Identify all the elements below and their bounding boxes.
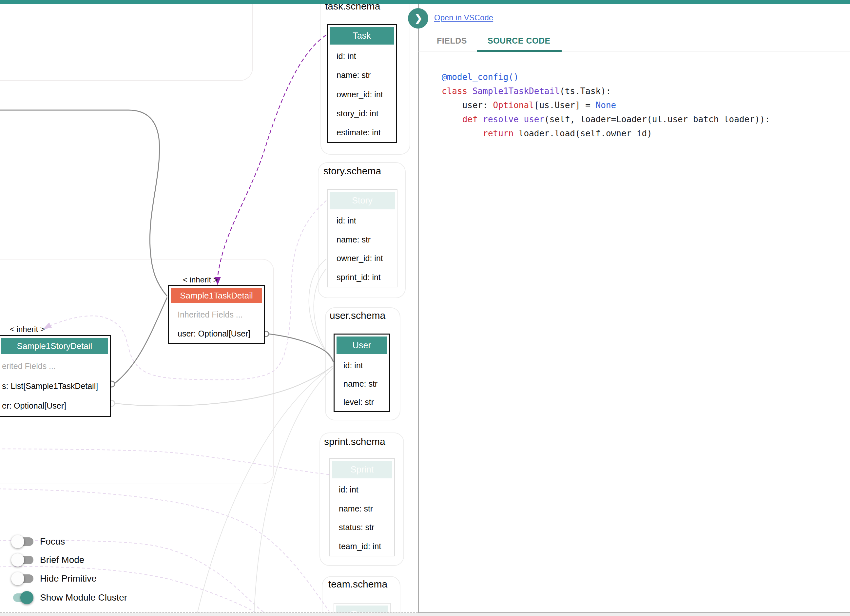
field-row: id: int	[330, 480, 394, 499]
edge-faded-fan-1	[197, 366, 333, 616]
entity-user[interactable]: User id: int name: str level: str	[334, 333, 390, 412]
field-row: sprint_id: int	[328, 268, 397, 287]
inherit-label-taskdetail: < inherit >	[183, 275, 218, 284]
field-row: name: str	[328, 230, 397, 249]
code-block: @model_config()class Sample1TaskDetail(t…	[442, 70, 770, 141]
toggle-hide-primitive[interactable]: Hide Primitive	[12, 571, 97, 586]
field-row: id: int	[335, 356, 389, 375]
edge-faded-fan-2	[254, 368, 333, 616]
edge-offscreen-taskdetail	[0, 110, 167, 296]
edge-owner-user	[115, 366, 332, 406]
toggle-label: Focus	[40, 537, 65, 547]
collapse-panel-button[interactable]: ❯	[408, 8, 428, 28]
inherit-label-storydetail: < inherit >	[10, 325, 45, 334]
entity-task[interactable]: Task id: int name: str owner_id: int sto…	[327, 24, 397, 143]
module-label-sprint: sprint.schema	[324, 436, 385, 447]
panel-bottom-border	[418, 612, 850, 613]
focus-switch[interactable]	[12, 535, 34, 549]
field-row: level: str	[335, 393, 389, 411]
entity-user-header: User	[337, 336, 387, 354]
toggle-brief-mode[interactable]: Brief Mode	[12, 552, 84, 568]
module-label-team: team.schema	[328, 579, 387, 590]
field-row: Inherited Fields ...	[169, 305, 264, 324]
entity-sprint[interactable]: Sprint id: int name: str status: str tea…	[329, 458, 395, 556]
tab-fields[interactable]: FIELDS	[437, 36, 467, 46]
entity-task-header: Task	[330, 27, 394, 45]
open-in-vscode-link[interactable]: Open in VSCode	[434, 13, 493, 22]
field-row: erited Fields ...	[0, 356, 110, 376]
chevron-right-icon: ❯	[414, 13, 422, 23]
entity-story[interactable]: Story id: int name: str owner_id: int sp…	[327, 189, 398, 287]
top-accent-bar	[0, 0, 850, 4]
field-row: name: str	[328, 66, 396, 85]
entity-sample1-story-detail[interactable]: Sample1StoryDetail erited Fields ... s: …	[0, 335, 111, 417]
active-tab-indicator	[477, 50, 562, 52]
field-row: id: int	[328, 46, 396, 66]
entity-sample1-task-detail[interactable]: Sample1TaskDetail Inherited Fields ... u…	[168, 285, 265, 344]
edge-tasks-taskdetail	[114, 298, 167, 384]
field-row: owner_id: int	[328, 249, 397, 268]
field-row: id: int	[328, 211, 397, 230]
field-row: story_id: int	[328, 104, 396, 123]
brief-mode-switch[interactable]	[12, 553, 34, 567]
hide-primitive-switch[interactable]	[12, 572, 34, 586]
entity-sample1-story-detail-header: Sample1StoryDetail	[1, 338, 108, 354]
field-row: name: str	[330, 499, 394, 518]
bottom-strip	[0, 613, 850, 616]
field-row: estimate: int	[328, 123, 396, 142]
toggle-focus[interactable]: Focus	[12, 534, 65, 549]
show-module-cluster-switch[interactable]	[12, 591, 34, 604]
toggle-label: Show Module Cluster	[40, 592, 127, 603]
toggle-show-module-cluster[interactable]: Show Module Cluster	[12, 590, 127, 605]
entity-story-header: Story	[330, 192, 395, 209]
module-label-user: user.schema	[330, 310, 385, 321]
field-row: owner_id: int	[328, 85, 396, 104]
toggle-label: Brief Mode	[40, 555, 84, 565]
field-row: s: List[Sample1TaskDetail]	[0, 376, 110, 396]
field-row: name: str	[335, 375, 389, 393]
field-row: status: str	[330, 518, 394, 537]
diagram-canvas[interactable]: task.schema story.schema user.schema spr…	[0, 0, 418, 616]
toggle-label: Hide Primitive	[40, 573, 97, 584]
edge-task-inherit	[218, 35, 326, 277]
entity-sprint-header: Sprint	[332, 461, 392, 478]
app-screen: task.schema story.schema user.schema spr…	[0, 0, 850, 616]
field-row: er: Optional[User]	[0, 396, 110, 416]
field-row: team_id: int	[330, 537, 394, 556]
tab-source-code[interactable]: SOURCE CODE	[488, 36, 551, 46]
module-label-story: story.schema	[323, 166, 381, 176]
field-row: user: Optional[User]	[169, 324, 264, 343]
entity-sample1-task-detail-header: Sample1TaskDetail	[171, 288, 262, 303]
